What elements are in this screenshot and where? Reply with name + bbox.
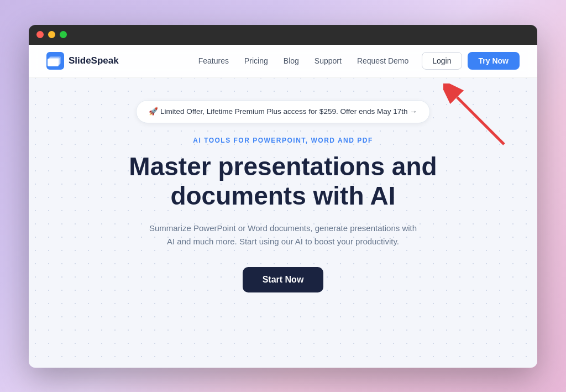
logo-text: SlideSpeak [69,55,119,66]
browser-chrome [29,25,537,45]
arrow-annotation [443,83,510,150]
banner-text: 🚀 Limited Offer, Lifetime Premium Plus a… [149,107,417,116]
nav-link-blog[interactable]: Blog [284,56,299,65]
main-content: 🚀 Limited Offer, Lifetime Premium Plus a… [29,78,537,368]
hero-heading-line1: Master presentations and [129,152,437,181]
browser-content: SlideSpeak Features Pricing Blog Support… [29,45,537,368]
subtitle-label: AI TOOLS FOR POWERPOINT, WORD AND PDF [193,137,373,144]
nav-link-support[interactable]: Support [315,56,342,65]
nav-link-request-demo[interactable]: Request Demo [357,56,408,65]
hero-heading-line2: documents with AI [170,181,395,210]
try-now-button[interactable]: Try Now [468,52,520,70]
logo-area: SlideSpeak [46,52,119,70]
svg-rect-3 [48,59,59,66]
close-button-icon[interactable] [36,31,44,38]
hero-heading: Master presentations and documents with … [129,152,437,211]
nav-buttons: Login Try Now [422,52,520,70]
nav-links: Features Pricing Blog Support Request De… [198,56,409,65]
hero-subtext: Summarize PowerPoint or Word documents, … [145,222,421,248]
minimize-button-icon[interactable] [48,31,55,38]
login-button[interactable]: Login [422,52,462,70]
nav-link-features[interactable]: Features [198,56,229,65]
maximize-button-icon[interactable] [60,31,67,38]
traffic-lights [36,31,67,38]
browser-window: SlideSpeak Features Pricing Blog Support… [29,25,537,368]
offer-banner[interactable]: 🚀 Limited Offer, Lifetime Premium Plus a… [136,100,429,123]
nav-link-pricing[interactable]: Pricing [244,56,268,65]
logo-icon [46,52,64,70]
svg-line-5 [457,97,504,144]
start-now-button[interactable]: Start Now [243,267,324,292]
navbar: SlideSpeak Features Pricing Blog Support… [29,45,537,78]
